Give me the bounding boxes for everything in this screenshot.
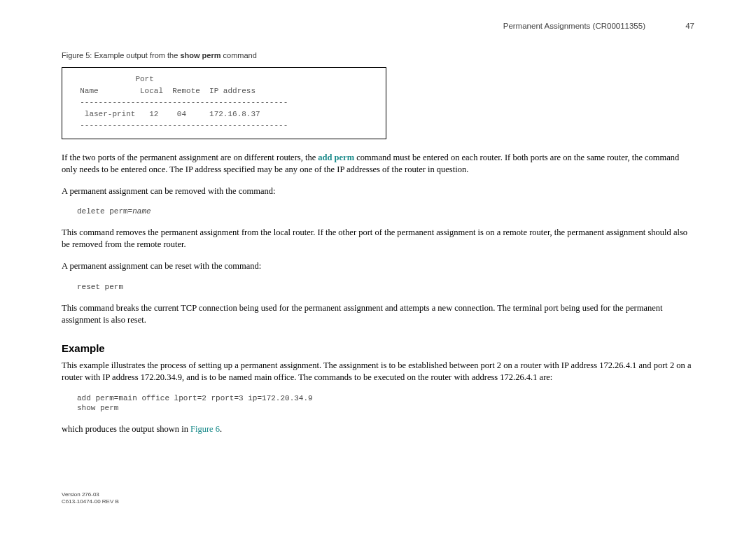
page-footer: Version 276-03 C613-10474-00 REV B (62, 491, 119, 506)
add-perm-link[interactable]: add perm (318, 153, 354, 162)
code-text: delete perm= (77, 207, 132, 216)
paragraph-reset-intro: A permanent assignment can be reset with… (62, 260, 694, 272)
figure-caption-prefix: Figure 5: Example output from the (62, 51, 180, 59)
figure-caption-suffix: command (220, 51, 256, 59)
code-reset-perm: reset perm (77, 282, 694, 293)
footer-docnum: C613-10474-00 REV B (62, 498, 119, 505)
paragraph-add-perm: If the two ports of the permanent assign… (62, 152, 694, 176)
example-paragraph-intro: This example illustrates the process of … (62, 360, 694, 384)
code-delete-perm: delete perm=name (77, 206, 694, 217)
figure-caption-bold: show perm (180, 51, 220, 59)
paragraph-remove-intro: A permanent assignment can be removed wi… (62, 185, 694, 197)
footer-version: Version 276-03 (62, 491, 119, 498)
command-output-box: Port Name Local Remote IP address ------… (62, 67, 386, 139)
text-span: If the two ports of the permanent assign… (62, 153, 318, 162)
header-title: Permanent Assignments (CR00011355) (503, 21, 645, 32)
page-number: 47 (685, 21, 694, 32)
text-span: . (220, 424, 222, 434)
figure-caption: Figure 5: Example output from the show p… (62, 50, 694, 61)
text-span: which produces the output shown in (62, 424, 190, 434)
code-arg-name: name (132, 207, 150, 216)
document-page: Permanent Assignments (CR00011355) 47 Fi… (0, 0, 756, 435)
paragraph-reset-desc: This command breaks the current TCP conn… (62, 302, 694, 326)
example-paragraph-result: which produces the output shown in Figur… (62, 423, 694, 435)
example-heading: Example (62, 342, 694, 356)
code-example-block: add perm=main office lport=2 rport=3 ip=… (77, 393, 694, 414)
figure6-link[interactable]: Figure 6 (190, 424, 220, 434)
page-header: Permanent Assignments (CR00011355) 47 (62, 21, 694, 32)
paragraph-remove-desc: This command removes the permanent assig… (62, 227, 694, 251)
